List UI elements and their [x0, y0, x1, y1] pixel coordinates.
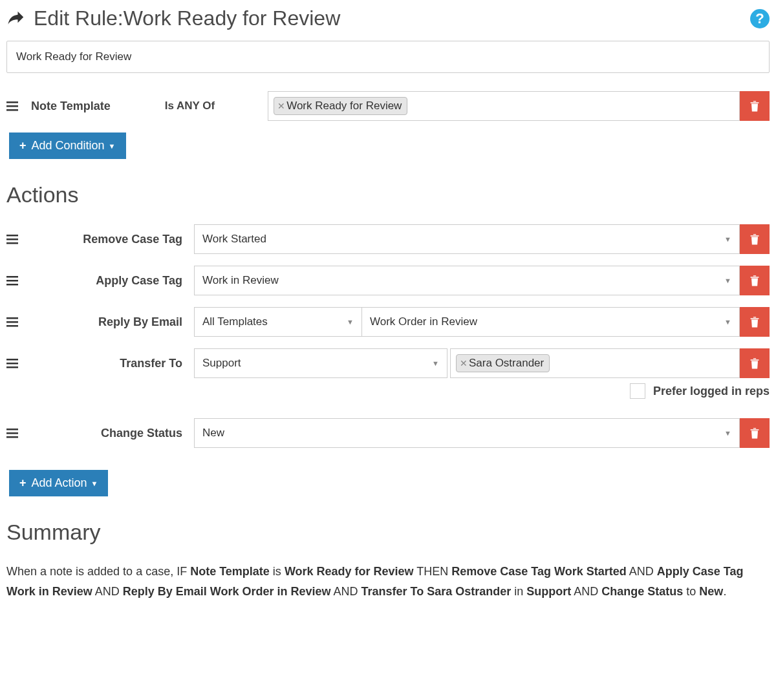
rule-name-input[interactable] [6, 41, 770, 73]
svg-rect-9 [6, 317, 18, 319]
chevron-down-icon: ▼ [724, 429, 731, 437]
summary-seg: AND [92, 585, 123, 598]
summary-seg: . [723, 585, 726, 598]
select-value: All Templates [202, 315, 268, 328]
drag-handle-icon[interactable] [6, 234, 22, 244]
delete-action-button[interactable] [740, 224, 770, 254]
prefer-logged-in-row: Prefer logged in reps [6, 383, 770, 399]
condition-operator-label: Is ANY Of [165, 100, 215, 112]
add-action-button[interactable]: + Add Action ▼ [9, 470, 108, 496]
summary-seg: Support [526, 585, 571, 598]
chevron-down-icon: ▼ [724, 318, 731, 326]
summary-seg: in [511, 585, 526, 598]
delete-condition-button[interactable] [740, 91, 770, 121]
action-row-remove-case-tag: Remove Case Tag Work Started ▼ [6, 224, 770, 254]
trash-icon [749, 427, 760, 440]
action-label: Change Status [22, 427, 197, 440]
page-title-prefix: Edit Rule: [34, 6, 124, 30]
drag-handle-icon[interactable] [6, 428, 22, 438]
apply-case-tag-select[interactable]: Work in Review ▼ [194, 266, 740, 295]
page-header: Edit Rule: Work Ready for Review ? [6, 6, 770, 30]
change-status-select[interactable]: New ▼ [194, 418, 740, 448]
condition-field-label: Note Template [31, 100, 111, 113]
remove-tag-icon[interactable]: ✕ [277, 101, 285, 111]
caret-down-icon: ▼ [91, 480, 98, 487]
summary-seg: Reply By Email Work Order in Review [123, 585, 331, 598]
svg-rect-2 [6, 109, 18, 111]
svg-rect-8 [6, 284, 18, 286]
plus-icon: + [19, 476, 27, 490]
chevron-down-icon: ▼ [724, 277, 731, 284]
action-label: Apply Case Tag [22, 274, 197, 288]
prefer-logged-in-checkbox[interactable] [630, 383, 645, 399]
action-row-transfer-to: Transfer To Support ▼ ✕ Sara Ostrander [6, 348, 770, 378]
transfer-person-input[interactable]: ✕ Sara Ostrander [450, 348, 740, 378]
delete-action-button[interactable] [740, 418, 770, 448]
svg-rect-11 [6, 325, 18, 327]
caret-down-icon: ▼ [109, 142, 116, 150]
summary-seg: When a note is added to a case, IF [6, 565, 190, 578]
transfer-person-chip[interactable]: ✕ Sara Ostrander [456, 354, 550, 372]
remove-case-tag-select[interactable]: Work Started ▼ [194, 224, 740, 254]
svg-rect-12 [6, 359, 18, 361]
prefer-logged-in-label: Prefer logged in reps [653, 385, 770, 398]
email-template-select[interactable]: Work Order in Review ▼ [361, 307, 740, 337]
drag-handle-icon[interactable] [6, 101, 22, 111]
summary-heading: Summary [6, 520, 770, 545]
summary-seg: to [683, 585, 699, 598]
action-row-apply-case-tag: Apply Case Tag Work in Review ▼ [6, 266, 770, 295]
add-condition-button[interactable]: + Add Condition ▼ [9, 133, 126, 159]
drag-handle-icon[interactable] [6, 275, 22, 286]
select-value: Support [202, 357, 241, 370]
svg-rect-0 [6, 101, 18, 103]
email-template-group-select[interactable]: All Templates ▼ [194, 307, 362, 337]
summary-seg: AND [331, 585, 361, 598]
plus-icon: + [19, 139, 27, 153]
summary-seg: Transfer To Sara Ostrander [361, 585, 512, 598]
summary-seg: AND [571, 585, 601, 598]
chevron-down-icon: ▼ [724, 235, 731, 243]
chevron-down-icon: ▼ [432, 359, 439, 367]
summary-seg: Work Ready for Review [285, 565, 414, 578]
svg-rect-4 [6, 239, 18, 240]
transfer-department-select[interactable]: Support ▼ [194, 348, 447, 378]
action-row-change-status: Change Status New ▼ [6, 418, 770, 448]
delete-action-button[interactable] [740, 266, 770, 295]
condition-tag-text: Work Ready for Review [286, 100, 402, 112]
svg-rect-15 [6, 429, 18, 430]
svg-rect-16 [6, 432, 18, 434]
remove-tag-icon[interactable]: ✕ [460, 358, 468, 368]
drag-handle-icon[interactable] [6, 358, 22, 368]
condition-tag-chip[interactable]: ✕ Work Ready for Review [274, 97, 407, 115]
select-value: Work Order in Review [370, 315, 477, 328]
summary-seg: New [699, 585, 723, 598]
summary-seg: Note Template [190, 565, 270, 578]
page-title-name: Work Ready for Review [124, 6, 341, 30]
svg-rect-1 [6, 105, 18, 107]
trash-icon [749, 274, 760, 287]
page-title: Edit Rule: Work Ready for Review [6, 6, 340, 30]
select-value: Work in Review [202, 274, 279, 287]
add-action-label: Add Action [32, 476, 87, 490]
delete-action-button[interactable] [740, 307, 770, 337]
svg-rect-5 [6, 242, 18, 244]
svg-rect-3 [6, 235, 18, 237]
svg-rect-14 [6, 366, 18, 368]
svg-rect-6 [6, 276, 18, 278]
select-value: New [202, 427, 224, 440]
summary-seg: is [270, 565, 285, 578]
condition-tag-input[interactable]: ✕ Work Ready for Review [268, 91, 740, 121]
delete-action-button[interactable] [740, 348, 770, 378]
svg-rect-13 [6, 363, 18, 365]
trash-icon [749, 315, 760, 328]
add-condition-label: Add Condition [32, 139, 105, 153]
svg-rect-7 [6, 280, 18, 282]
action-row-reply-by-email: Reply By Email All Templates ▼ Work Orde… [6, 307, 770, 337]
svg-rect-10 [6, 321, 18, 323]
trash-icon [749, 233, 760, 246]
drag-handle-icon[interactable] [6, 317, 22, 327]
summary-seg: AND [627, 565, 657, 578]
help-icon[interactable]: ? [750, 9, 770, 28]
actions-heading: Actions [6, 182, 770, 207]
select-value: Work Started [202, 233, 266, 246]
